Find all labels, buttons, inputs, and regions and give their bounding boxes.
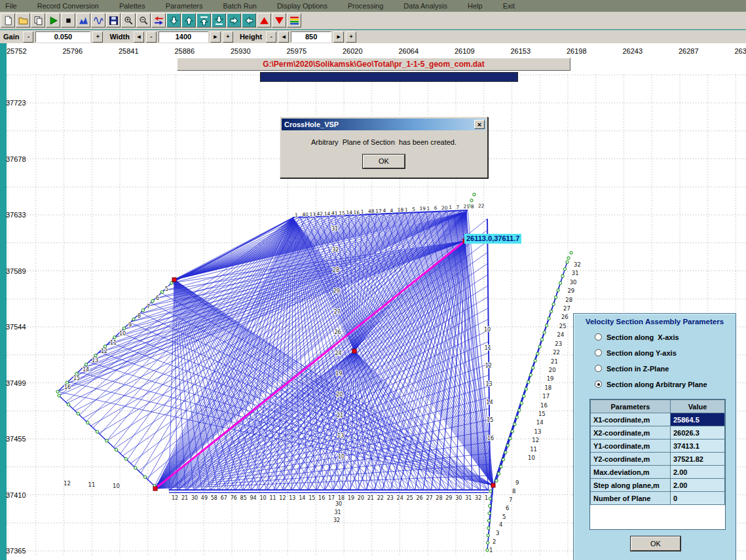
svg-text:12: 12 (172, 495, 178, 501)
svg-text:28: 28 (565, 297, 572, 303)
svg-text:8: 8 (138, 313, 141, 319)
svg-text:22: 22 (377, 495, 384, 501)
dialog-ok-button[interactable]: OK (363, 155, 405, 168)
open-file-button[interactable] (16, 13, 30, 28)
gain-down-button[interactable] (272, 13, 286, 28)
width-value[interactable]: 1400 (159, 31, 208, 43)
palette-button[interactable] (287, 13, 301, 28)
y-axis-tick: 37410 (6, 491, 26, 499)
param-name-cell[interactable]: X1-coordinate,m (591, 413, 671, 426)
stop-button[interactable] (61, 13, 75, 28)
page-up-button[interactable] (196, 13, 211, 28)
radio-label: Section along X-axis (606, 333, 679, 341)
waveform-button[interactable] (91, 13, 105, 28)
move-up-button[interactable] (181, 13, 196, 28)
svg-text:10: 10 (338, 454, 345, 460)
svg-text:12: 12 (532, 437, 539, 443)
menu-item-help[interactable]: Help (468, 2, 483, 10)
svg-text:85: 85 (240, 495, 247, 501)
param-name-cell[interactable]: X2-coordinate,m (591, 426, 671, 439)
radio-button-icon[interactable] (595, 349, 602, 356)
copy-button[interactable] (31, 13, 45, 28)
radio-section-in-z-plane[interactable]: Section in Z-Plane (595, 364, 736, 373)
parameters-table: Parameters Value X1-coordinate,m25864.5X… (590, 400, 725, 505)
menu-item-processing[interactable]: Processing (348, 2, 383, 10)
move-right-button[interactable] (227, 13, 241, 28)
svg-text:11: 11 (88, 481, 96, 488)
width-decrease-button[interactable]: - (146, 31, 157, 43)
height-increase-button[interactable]: + (346, 31, 356, 43)
svg-text:9: 9 (128, 322, 132, 328)
run-button[interactable] (46, 13, 60, 28)
menu-item-data-analysis[interactable]: Data Analysis (403, 2, 447, 10)
svg-text:14: 14 (486, 400, 493, 405)
radio-section-along-y-axis[interactable]: Section along Y-axis (595, 348, 736, 357)
panel-ok-button[interactable]: OK (631, 536, 681, 551)
svg-text:15: 15 (73, 375, 80, 381)
radio-button-icon[interactable] (595, 381, 602, 388)
param-value-cell[interactable]: 26026.3 (671, 426, 725, 439)
dialog-title-bar[interactable]: CrossHole_VSP × (282, 119, 486, 130)
svg-text:32: 32 (574, 261, 581, 268)
svg-text:27: 27 (426, 495, 432, 501)
param-value-cell[interactable]: 0 (671, 492, 725, 505)
height-left-button[interactable]: ◄ (278, 31, 289, 43)
radio-button-icon[interactable] (595, 333, 602, 341)
menu-item-display-options[interactable]: Display Options (277, 2, 327, 10)
svg-text:14: 14 (324, 211, 331, 217)
zoom-in-button[interactable] (121, 13, 136, 28)
param-name-cell[interactable]: Number of Plane (591, 492, 671, 505)
svg-text:22: 22 (553, 349, 560, 356)
menu-item-parameters[interactable]: Parameters (166, 2, 203, 10)
height-decrease-button[interactable]: - (266, 31, 276, 43)
svg-text:32: 32 (333, 517, 340, 523)
width-increase-button[interactable]: + (223, 31, 233, 43)
svg-text:13: 13 (337, 433, 344, 439)
gain-up-button[interactable] (257, 13, 271, 28)
gain-value[interactable]: 0.050 (35, 31, 90, 43)
param-value-cell[interactable]: 37521.82 (671, 453, 725, 466)
swap-direction-button[interactable] (151, 13, 166, 28)
param-value-cell[interactable]: 37413.1 (671, 439, 725, 453)
height-value[interactable]: 850 (291, 31, 331, 43)
radio-section-along-arbitrary-plane[interactable]: Section along Arbitrary Plane (595, 380, 736, 388)
svg-text:30: 30 (191, 495, 198, 501)
menu-item-palettes[interactable]: Palettes (119, 2, 145, 10)
point-number-labels: 1401342144115141614817441815191620172182… (64, 203, 581, 553)
dialog-close-icon[interactable]: × (474, 120, 485, 129)
new-file-button[interactable] (1, 13, 15, 28)
height-right-button[interactable]: ► (333, 31, 344, 43)
svg-text:40: 40 (302, 212, 308, 217)
menu-item-batch-run[interactable]: Batch Run (223, 2, 257, 10)
width-left-button[interactable]: ◄ (134, 31, 144, 43)
zoom-out-button[interactable] (136, 13, 151, 28)
width-right-button[interactable]: ► (210, 31, 221, 43)
param-value-cell[interactable]: 2.00 (671, 479, 725, 492)
page-down-button[interactable] (212, 13, 226, 28)
param-name-cell[interactable]: Y1-coordinate,m (591, 439, 671, 453)
move-down-button[interactable] (166, 13, 181, 28)
spectrum-button[interactable] (76, 13, 90, 28)
param-name-cell[interactable]: Step along plane,m (591, 479, 671, 492)
menu-item-exit[interactable]: Exit (503, 2, 515, 10)
radio-button-icon[interactable] (595, 365, 602, 372)
menu-item-record-conversion[interactable]: Record Conversion (37, 2, 99, 10)
move-left-button[interactable] (242, 13, 256, 28)
svg-text:1: 1 (295, 212, 298, 218)
gain-decrease-button[interactable]: - (23, 31, 33, 43)
svg-text:31: 31 (465, 495, 472, 501)
param-value-cell[interactable]: 25864.5 (671, 413, 725, 426)
radio-section-along-x-axis[interactable]: Section along X-axis (595, 333, 736, 341)
col-header-parameters: Parameters (591, 400, 671, 413)
param-name-cell[interactable]: Max.deviation,m (591, 466, 671, 479)
gain-increase-button[interactable]: + (92, 31, 103, 43)
param-value-cell[interactable]: 2.00 (671, 466, 725, 479)
svg-text:10: 10 (113, 483, 120, 489)
svg-text:4: 4 (390, 208, 394, 214)
save-button[interactable] (106, 13, 121, 28)
param-name-cell[interactable]: Y2-coordinate,m (591, 453, 671, 466)
param-row: X1-coordinate,m25864.5 (591, 413, 725, 426)
menu-item-file[interactable]: File (5, 2, 17, 10)
svg-text:13: 13 (92, 358, 98, 364)
svg-text:41: 41 (331, 210, 338, 216)
